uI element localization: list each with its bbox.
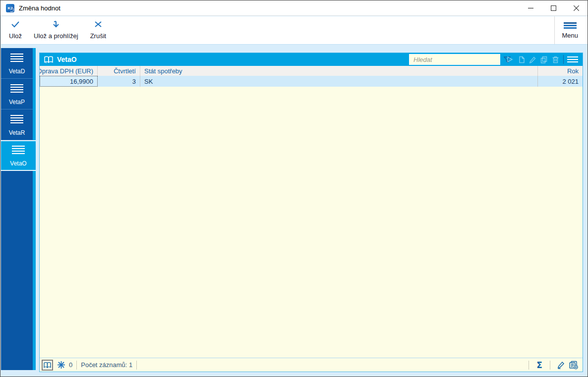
search-box xyxy=(409,54,500,65)
divider xyxy=(136,361,137,370)
menu-button-label: Menu xyxy=(562,32,578,39)
panel-header: VetaO xyxy=(40,53,583,66)
sidebar: VetaD VetaP VetaR VetaO xyxy=(1,48,36,370)
status-bar: 0 Počet záznamů: 1 Σ xyxy=(40,358,583,372)
app-window: K2 Změna hodnot Ulož xyxy=(0,0,588,377)
sidebar-tab-vetar[interactable]: VetaR xyxy=(1,109,33,140)
panel-title: VetaO xyxy=(57,55,77,63)
cancel-button[interactable]: Zrušit xyxy=(84,16,113,44)
copy-icon[interactable] xyxy=(538,56,550,63)
sidebar-tab-label: VetaP xyxy=(9,99,25,106)
sidebar-tab-vetao[interactable]: VetaO xyxy=(1,140,36,171)
delete-trash-icon[interactable] xyxy=(550,56,561,63)
divider xyxy=(76,361,77,370)
edit-pencil-button[interactable] xyxy=(554,361,567,369)
panel-header-actions xyxy=(504,55,583,64)
table-header-row: Oprava DPH (EUR) Čtvrtletí Stát spotřeby… xyxy=(40,66,583,76)
sidebar-accent-strip xyxy=(33,48,36,370)
sidebar-tab-label: VetaO xyxy=(10,160,26,167)
sidebar-tab-vetad[interactable]: VetaD xyxy=(1,48,33,79)
table-row[interactable]: 16,9900 3 SK 2 021 xyxy=(40,76,583,87)
title-bar: K2 Změna hodnot xyxy=(0,0,588,16)
record-count-label: Počet záznamů: 1 xyxy=(81,361,132,369)
divider xyxy=(550,361,550,370)
column-header-stat-spotreby[interactable]: Stát spotřeby xyxy=(140,66,538,76)
run-icon[interactable] xyxy=(504,56,516,63)
book-view-button[interactable] xyxy=(42,360,53,371)
column-header-ctvrtleti[interactable]: Čtvrtletí xyxy=(98,66,140,76)
add-note-button[interactable] xyxy=(567,361,580,370)
sidebar-tab-label: VetaR xyxy=(9,129,25,136)
arrow-down-icon xyxy=(52,20,60,32)
cancel-button-label: Zrušit xyxy=(90,32,107,40)
data-panel: VetaO xyxy=(39,53,583,372)
list-lines-icon xyxy=(10,52,23,63)
window-title: Změna hodnot xyxy=(19,4,60,12)
sidebar-tab-label: VetaD xyxy=(9,68,25,75)
snowflake-icon xyxy=(57,361,65,369)
column-header-rok[interactable]: Rok xyxy=(538,66,583,76)
search-input[interactable] xyxy=(410,56,504,63)
close-button[interactable] xyxy=(565,0,588,15)
divider xyxy=(563,55,564,64)
cell-stat-spotreby[interactable]: SK xyxy=(140,76,538,87)
x-icon xyxy=(94,20,102,32)
cell-ctvrtleti[interactable]: 3 xyxy=(98,76,140,87)
window-controls xyxy=(519,0,588,15)
divider xyxy=(529,361,529,370)
maximize-button[interactable] xyxy=(542,0,565,15)
save-button[interactable]: Ulož xyxy=(3,16,28,44)
status-bar-actions: Σ xyxy=(525,360,580,370)
save-and-view-button-label: Ulož a prohlížej xyxy=(34,32,78,40)
list-lines-icon xyxy=(10,83,23,94)
cell-oprava-dph[interactable]: 16,9900 xyxy=(40,76,98,87)
cell-rok[interactable]: 2 021 xyxy=(538,76,583,87)
bookmark-state-indicator: 0 xyxy=(57,361,72,369)
hamburger-icon xyxy=(564,21,577,30)
save-button-label: Ulož xyxy=(9,32,22,40)
new-record-icon[interactable] xyxy=(516,56,527,63)
toolbar: Ulož Ulož a prohlížej Zrušit Menu xyxy=(1,16,588,45)
app-logo-icon: K2 xyxy=(6,4,14,12)
list-lines-icon xyxy=(12,144,25,156)
column-header-oprava-dph[interactable]: Oprava DPH (EUR) xyxy=(40,66,98,76)
table-menu-button[interactable] xyxy=(566,55,580,64)
edit-pencil-icon[interactable] xyxy=(527,56,538,63)
save-and-view-button[interactable]: Ulož a prohlížej xyxy=(28,16,84,44)
check-icon xyxy=(10,20,20,32)
open-book-icon xyxy=(44,55,54,64)
list-lines-icon xyxy=(10,113,23,125)
sum-sigma-button[interactable]: Σ xyxy=(533,360,546,370)
bookmark-counter: 0 xyxy=(69,361,72,369)
minimize-button[interactable] xyxy=(519,0,542,15)
menu-button[interactable]: Menu xyxy=(554,16,585,44)
sidebar-tab-vetap[interactable]: VetaP xyxy=(1,79,33,109)
